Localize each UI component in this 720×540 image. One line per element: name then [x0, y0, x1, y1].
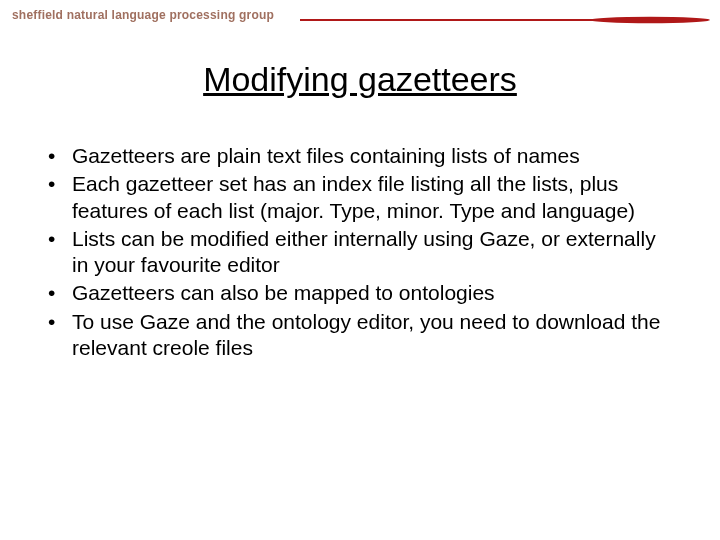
list-item: Each gazetteer set has an index file lis… [44, 171, 676, 224]
list-item: To use Gaze and the ontology editor, you… [44, 309, 676, 362]
list-item: Gazetteers can also be mapped to ontolog… [44, 280, 676, 306]
group-name-label: sheffield natural language processing gr… [12, 8, 274, 22]
bullet-list: Gazetteers are plain text files containi… [44, 143, 676, 361]
list-item: Lists can be modified either internally … [44, 226, 676, 279]
svg-point-0 [590, 17, 710, 23]
slide-body: Gazetteers are plain text files containi… [44, 143, 676, 361]
slide-title: Modifying gazetteers [0, 60, 720, 99]
slide-header: sheffield natural language processing gr… [0, 0, 720, 36]
list-item: Gazetteers are plain text files containi… [44, 143, 676, 169]
